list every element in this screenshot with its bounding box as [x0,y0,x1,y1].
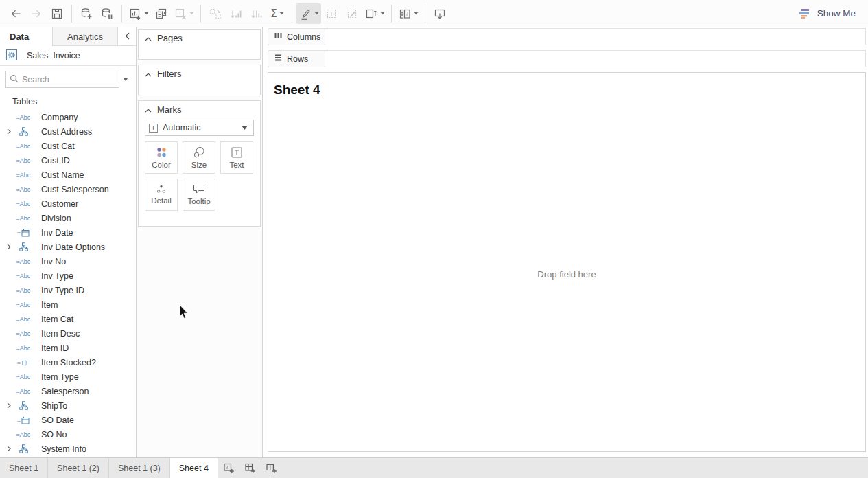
pages-shelf[interactable] [139,46,260,59]
field-row[interactable]: =AbcCust Name [0,168,136,182]
new-data-source-icon [80,7,93,21]
sort-descending-button[interactable] [246,3,267,24]
show-me-button[interactable]: Show Me [799,8,856,19]
field-row[interactable]: =AbcCust ID [0,153,136,168]
abc-field-icon: =Abc [13,388,34,395]
fit-button[interactable] [362,3,387,24]
show-mark-labels-button[interactable] [321,3,342,24]
field-row[interactable]: Cust Address [0,124,136,139]
new-worksheet-button[interactable] [126,3,151,24]
sheet-tab[interactable]: Sheet 1 (3) [109,458,170,478]
field-row[interactable]: =AbcInv No [0,254,136,269]
field-row[interactable]: =AbcDivision [0,211,136,225]
swap-rows-columns-button[interactable] [205,3,226,24]
abc-field-icon: =Abc [13,345,34,352]
format-workbook-button[interactable] [342,3,362,24]
marks-card-header[interactable]: Marks [139,101,260,117]
color-mark-button[interactable]: Color [145,141,178,174]
sheet-tab[interactable]: Sheet 1 [0,458,48,478]
tab-data[interactable]: Data [0,27,52,46]
detail-mark-button[interactable]: Detail [145,179,178,211]
field-row[interactable]: =AbcCust Salesperson [0,182,136,196]
field-row[interactable]: =AbcInv Type ID [0,283,136,297]
field-row[interactable]: ShipTo [0,398,136,413]
field-label: SO Date [41,416,74,425]
data-pane-tabs: Data Analytics [0,27,136,46]
duplicate-sheet-button[interactable] [151,3,172,24]
search-input[interactable] [22,75,115,84]
field-row[interactable]: Inv Date Options [0,240,136,254]
undo-button[interactable] [5,3,26,24]
text-mark-icon: T [149,124,158,133]
sheet-tab[interactable]: Sheet 1 (2) [48,458,109,478]
field-row[interactable]: =Inv Date [0,225,136,240]
sheet-tab[interactable]: Sheet 4 [170,458,218,478]
new-worksheet-tab-button[interactable] [218,458,239,478]
field-row[interactable]: =AbcCustomer [0,196,136,211]
field-label: Inv Type [41,271,73,281]
size-mark-button[interactable]: Size [183,141,215,174]
format-workbook-icon [345,7,359,21]
expander-icon[interactable] [4,128,13,135]
filters-card: Filters [138,65,261,95]
text-mark-button[interactable]: Text [220,141,253,174]
save-icon [50,7,64,21]
drop-field-hint: Drop field here [537,269,596,280]
detail-icon [156,185,167,194]
new-story-tab-button[interactable] [261,458,282,478]
totals-button[interactable]: Σ [267,3,288,24]
collapse-pane-button[interactable] [118,27,136,46]
abc-field-icon: =Abc [13,330,34,337]
chevron-up-icon [145,33,152,43]
pages-card-header[interactable]: Pages [139,30,260,46]
presentation-mode-button[interactable] [430,3,450,24]
search-options-caret-icon[interactable] [119,78,132,81]
field-row[interactable]: =T|FItem Stocked? [0,355,136,369]
highlight-button[interactable] [296,3,321,24]
field-row[interactable]: =AbcCust Cat [0,139,136,153]
expander-icon[interactable] [4,446,13,452]
field-label: Customer [41,199,78,209]
pause-auto-updates-button[interactable] [97,3,117,24]
abc-field-icon: =Abc [13,157,34,164]
field-row[interactable]: System Info [0,442,136,456]
tooltip-mark-button[interactable]: Tooltip [183,179,215,211]
field-row[interactable]: =SO Date [0,413,136,427]
mark-button-label: Text [229,161,244,169]
mark-type-dropdown[interactable]: T Automatic [145,120,254,136]
search-row [0,66,136,93]
marks-card-title: Marks [157,104,181,115]
expander-icon[interactable] [4,244,13,250]
clear-sheet-button[interactable] [172,3,196,24]
expander-icon[interactable] [4,402,13,409]
field-row[interactable]: =AbcItem Desc [0,326,136,341]
columns-drop-area[interactable] [325,29,865,45]
new-data-source-button[interactable] [76,3,97,24]
field-label: Item Desc [41,329,80,339]
field-row[interactable]: =AbcItem Type [0,369,136,384]
marks-buttons: ColorSizeTextDetailTooltip [139,140,260,219]
field-row[interactable]: =AbcInv Type [0,269,136,283]
mark-button-label: Detail [151,196,171,205]
datasource-item[interactable]: _Sales_Invoice [0,46,136,66]
field-row[interactable]: =AbcSalesperson [0,384,136,398]
field-row[interactable]: =AbcSO No [0,427,136,442]
redo-button[interactable] [26,3,47,24]
show-hide-cards-button[interactable] [396,3,421,24]
tab-analytics[interactable]: Analytics [52,27,118,46]
field-row[interactable]: =AbcItem Cat [0,312,136,326]
chevron-up-icon [145,104,152,115]
field-row[interactable]: =AbcItem [0,297,136,312]
canvas-drop-zone[interactable]: Drop field here [268,98,865,451]
field-row[interactable]: =AbcCompany [0,110,136,124]
search-box[interactable] [5,71,119,88]
field-label: Item ID [41,343,69,353]
rows-drop-area[interactable] [325,51,865,67]
filters-card-header[interactable]: Filters [139,65,260,82]
data-pane: Data Analytics [0,27,137,457]
save-button[interactable] [47,3,67,24]
field-row[interactable]: =AbcItem ID [0,341,136,355]
filters-shelf[interactable] [139,82,260,95]
new-dashboard-tab-button[interactable] [239,458,261,478]
sort-ascending-button[interactable] [226,3,246,24]
